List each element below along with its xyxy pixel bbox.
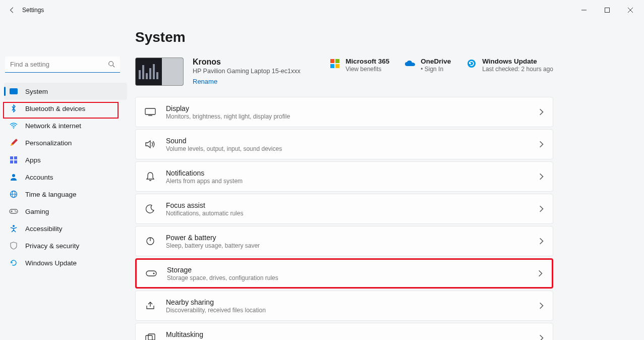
tile-m365[interactable]: Microsoft 365 View benefits <box>329 58 389 73</box>
device-name: Kronos <box>193 58 301 67</box>
nav-bluetooth[interactable]: Bluetooth & devices <box>4 100 127 117</box>
titlebar: Settings <box>0 0 644 20</box>
nav-update[interactable]: Windows Update <box>4 254 127 271</box>
search-input[interactable] <box>5 56 120 73</box>
svg-rect-0 <box>605 8 610 13</box>
sound-icon <box>145 139 156 150</box>
maximize-button[interactable] <box>596 2 619 18</box>
nav-label: Bluetooth & devices <box>25 105 85 112</box>
apps-icon <box>9 155 18 164</box>
nav-accessibility[interactable]: Accessibility <box>4 220 127 237</box>
nav-apps[interactable]: Apps <box>4 151 127 168</box>
card-sub: Sleep, battery usage, battery saver <box>166 242 539 249</box>
settings-cards: DisplayMonitors, brightness, night light… <box>135 97 553 340</box>
chevron-right-icon <box>539 141 544 148</box>
card-title: Multitasking <box>166 330 539 338</box>
chevron-right-icon <box>539 238 544 245</box>
window-title: Settings <box>22 7 44 14</box>
card-sound[interactable]: SoundVolume levels, output, input, sound… <box>135 129 553 159</box>
update-icon <box>9 258 18 267</box>
desktop-thumbnail <box>135 58 184 86</box>
close-button[interactable] <box>619 2 642 18</box>
card-sub: Monitors, brightness, night light, displ… <box>166 113 539 120</box>
card-focus[interactable]: Focus assistNotifications, automatic rul… <box>135 194 553 224</box>
shield-icon <box>9 241 18 250</box>
nav-label: Accessibility <box>25 225 63 233</box>
nav-label: Gaming <box>25 208 49 215</box>
nav-label: Accounts <box>25 174 53 181</box>
person-icon <box>9 173 18 182</box>
nav-label: Personalization <box>25 139 72 147</box>
display-icon <box>145 106 156 118</box>
svg-point-13 <box>13 225 15 227</box>
svg-rect-16 <box>330 64 334 68</box>
update-icon <box>466 58 477 69</box>
nav-gaming[interactable]: Gaming <box>4 203 127 220</box>
tile-sub: • Sign In <box>421 66 451 73</box>
card-multitasking[interactable]: MultitaskingSnap windows, desktops, task… <box>135 323 553 340</box>
tile-update[interactable]: Windows Update Last checked: 2 hours ago <box>466 58 553 73</box>
tile-sub: Last checked: 2 hours ago <box>482 66 553 73</box>
svg-rect-6 <box>14 160 17 163</box>
card-storage[interactable]: StorageStorage space, drives, configurat… <box>135 258 553 289</box>
globe-icon <box>9 190 18 199</box>
card-sub: Discoverability, received files location <box>166 307 539 314</box>
wifi-icon <box>9 121 18 130</box>
tile-onedrive[interactable]: OneDrive • Sign In <box>404 58 451 73</box>
nav-time[interactable]: Time & language <box>4 186 127 203</box>
card-nearby[interactable]: Nearby sharingDiscoverability, received … <box>135 291 553 321</box>
nav-label: Windows Update <box>25 259 77 267</box>
nav-label: Network & internet <box>25 122 81 130</box>
svg-rect-5 <box>10 160 13 163</box>
tile-title: Windows Update <box>482 58 553 65</box>
card-title: Notifications <box>166 169 539 177</box>
device-model: HP Pavilion Gaming Laptop 15-ec1xxx <box>193 68 301 75</box>
tile-sub: View benefits <box>345 66 389 73</box>
storage-icon <box>146 268 157 279</box>
card-display[interactable]: DisplayMonitors, brightness, night light… <box>135 97 553 127</box>
m365-icon <box>329 58 340 69</box>
card-title: Nearby sharing <box>166 298 539 306</box>
bell-icon <box>145 171 156 182</box>
nav-personalization[interactable]: Personalization <box>4 134 127 151</box>
card-sub: Volume levels, output, input, sound devi… <box>166 145 539 152</box>
minimize-button[interactable] <box>572 2 596 18</box>
card-title: Focus assist <box>166 201 539 209</box>
card-title: Display <box>166 104 539 112</box>
nav-network[interactable]: Network & internet <box>4 117 127 134</box>
chevron-right-icon <box>539 108 544 116</box>
svg-rect-23 <box>146 335 152 340</box>
tile-title: OneDrive <box>421 58 451 65</box>
svg-point-2 <box>13 128 14 129</box>
power-icon <box>145 236 156 247</box>
chevron-right-icon <box>539 205 544 212</box>
card-sub: Alerts from apps and system <box>166 178 539 185</box>
nav-label: Apps <box>25 156 41 164</box>
multitask-icon <box>145 332 156 340</box>
card-title: Storage <box>167 266 538 274</box>
card-sub: Notifications, automatic rules <box>166 210 539 217</box>
svg-rect-24 <box>148 334 155 340</box>
rename-link[interactable]: Rename <box>193 78 217 85</box>
accessibility-icon <box>9 224 18 233</box>
main-content: System Kronos HP Pavilion Gaming Laptop … <box>131 20 644 340</box>
chevron-right-icon <box>539 173 544 180</box>
card-power[interactable]: Power & batterySleep, battery usage, bat… <box>135 226 553 256</box>
card-notifications[interactable]: NotificationsAlerts from apps and system <box>135 161 553 192</box>
share-icon <box>145 300 156 311</box>
back-button[interactable] <box>4 2 20 18</box>
nav-label: Time & language <box>25 191 77 198</box>
nav-accounts[interactable]: Accounts <box>4 168 127 186</box>
svg-rect-17 <box>335 64 339 68</box>
svg-point-1 <box>109 62 113 66</box>
nav-label: System <box>25 88 48 95</box>
svg-rect-21 <box>146 271 156 276</box>
svg-point-11 <box>15 210 16 211</box>
nav-list: System Bluetooth & devices Network & int… <box>4 83 127 271</box>
svg-point-22 <box>153 273 155 274</box>
svg-rect-15 <box>335 59 339 63</box>
nav-label: Privacy & security <box>25 242 79 250</box>
svg-point-18 <box>467 60 476 68</box>
nav-system[interactable]: System <box>4 83 127 100</box>
nav-privacy[interactable]: Privacy & security <box>4 237 127 254</box>
